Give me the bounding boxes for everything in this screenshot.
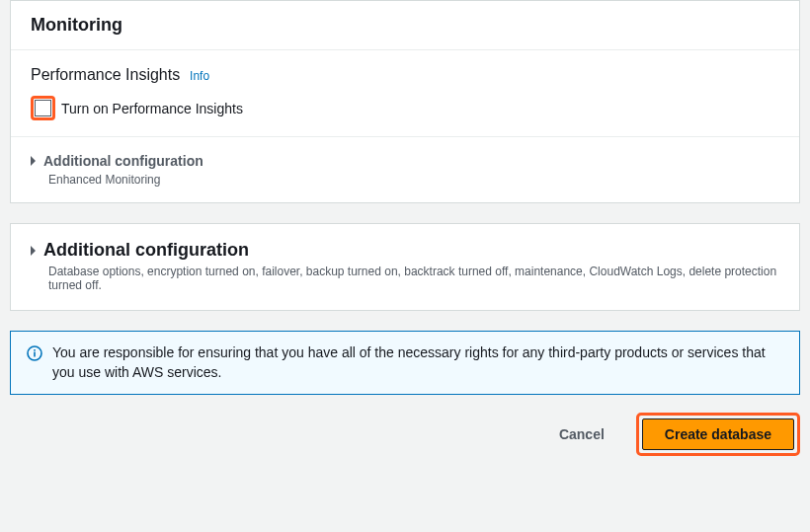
create-db-highlight: Create database: [636, 413, 800, 456]
info-link[interactable]: Info: [190, 69, 209, 83]
additional-config-panel: Additional configuration Database option…: [10, 223, 800, 311]
checkbox-highlight: [31, 96, 55, 120]
cancel-button[interactable]: Cancel: [539, 420, 624, 448]
monitoring-panel: Monitoring Performance Insights Info Tur…: [10, 0, 800, 203]
additional-config-expander-1[interactable]: Additional configuration: [31, 153, 779, 169]
svg-rect-2: [34, 349, 36, 351]
responsibility-notice: You are responsible for ensuring that yo…: [10, 331, 800, 395]
performance-insights-section: Performance Insights Info Turn on Perfor…: [11, 50, 799, 137]
perf-insights-checkbox[interactable]: [35, 100, 51, 116]
action-bar: Cancel Create database: [10, 413, 800, 456]
monitoring-title: Monitoring: [31, 15, 122, 35]
additional-config-summary: Database options, encryption turned on, …: [48, 265, 779, 292]
notice-text: You are responsible for ensuring that yo…: [52, 343, 783, 382]
create-database-button[interactable]: Create database: [642, 418, 794, 450]
additional-config-expander-2[interactable]: Additional configuration: [31, 240, 779, 261]
perf-insights-title: Performance Insights: [31, 66, 180, 83]
additional-config-label-2: Additional configuration: [43, 240, 249, 261]
perf-insights-checkbox-row[interactable]: Turn on Performance Insights: [31, 96, 243, 120]
additional-config-monitoring: Additional configuration Enhanced Monito…: [11, 137, 799, 202]
additional-config-sub-1: Enhanced Monitoring: [48, 173, 779, 187]
perf-insights-checkbox-label: Turn on Performance Insights: [61, 101, 243, 116]
chevron-right-icon: [31, 156, 36, 166]
chevron-right-icon: [31, 246, 36, 256]
panel-header: Monitoring: [11, 1, 799, 50]
svg-rect-1: [34, 352, 36, 357]
additional-config-label-1: Additional configuration: [43, 153, 203, 169]
info-icon: [27, 345, 42, 361]
